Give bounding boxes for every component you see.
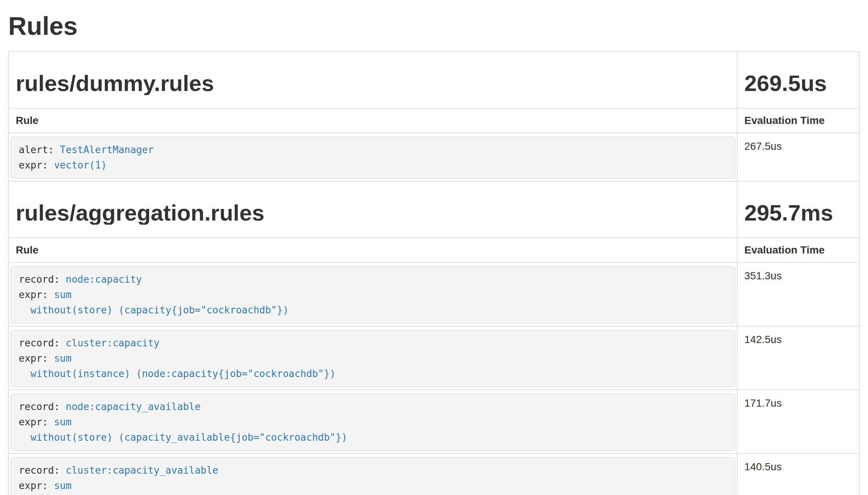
rule-group-table: rules/dummy.rules 269.5us Rule Evaluatio…: [8, 51, 860, 182]
rule-evaluation-time: 267.5us: [737, 133, 859, 181]
rule-definition: record: node:capacity_available expr: su…: [10, 394, 735, 451]
rules-page: Rules rules/dummy.rules 269.5us Rule Eva…: [0, 0, 868, 495]
rule-group-file: rules/dummy.rules: [16, 72, 730, 95]
rule-code-link[interactable]: TestAlertManager: [60, 144, 154, 155]
rule-evaluation-time: 351.3us: [737, 262, 859, 326]
rule-groups-container: rules/dummy.rules 269.5us Rule Evaluatio…: [8, 51, 860, 495]
rule-definition: record: cluster:capacity expr: sum witho…: [10, 330, 735, 387]
rule-evaluation-time: 142.5us: [737, 326, 859, 390]
rule-definition: record: node:capacity expr: sum without(…: [10, 266, 735, 324]
rule-group-table: rules/aggregation.rules 295.7ms Rule Eva…: [8, 181, 860, 495]
rule-group-file: rules/aggregation.rules: [16, 201, 730, 225]
rule-evaluation-time: 140.5us: [737, 453, 859, 495]
column-header-row: Rule Evaluation Time: [9, 238, 859, 262]
rule-definition: alert: TestAlertManager expr: vector(1): [10, 137, 735, 179]
group-header-row: rules/aggregation.rules 295.7ms: [9, 181, 859, 238]
rule-column-header: Rule: [16, 115, 39, 126]
column-header-row: Rule Evaluation Time: [9, 108, 859, 133]
rule-group-evaluation-time: 295.7ms: [744, 201, 852, 225]
rule-row: record: node:capacity expr: sum without(…: [9, 262, 859, 326]
rule-column-header: Rule: [16, 244, 39, 256]
rule-code-link[interactable]: sum without(instance) (node:capacity{job…: [19, 353, 335, 379]
page-title: Rules: [8, 12, 860, 40]
rule-definition: record: cluster:capacity_available expr:…: [10, 457, 735, 495]
rule-code-link[interactable]: cluster:capacity: [66, 337, 159, 349]
rule-code-link[interactable]: cluster:capacity_available: [66, 465, 218, 476]
rule-code-link[interactable]: vector(1): [54, 160, 107, 171]
rule-evaluation-time: 171.7us: [737, 390, 859, 453]
rule-group-evaluation-time: 269.5us: [744, 72, 852, 95]
rule-row: alert: TestAlertManager expr: vector(1) …: [9, 133, 859, 181]
rule-code-link[interactable]: sum without(store) (capacity_available{j…: [19, 416, 347, 443]
rule-code-link[interactable]: node:capacity_available: [66, 401, 201, 412]
rule-code-link[interactable]: sum without(instance) (node:capacity_ava…: [19, 480, 394, 495]
rule-row: record: cluster:capacity_available expr:…: [9, 453, 859, 495]
rule-row: record: cluster:capacity expr: sum witho…: [9, 326, 859, 390]
evaluation-time-column-header: Evaluation Time: [744, 115, 825, 126]
rule-code-link[interactable]: sum without(store) (capacity{job="cockro…: [19, 289, 289, 316]
group-header-row: rules/dummy.rules 269.5us: [9, 52, 859, 108]
rule-row: record: node:capacity_available expr: su…: [9, 390, 859, 453]
evaluation-time-column-header: Evaluation Time: [744, 244, 825, 256]
rule-code-link[interactable]: node:capacity: [66, 274, 142, 285]
